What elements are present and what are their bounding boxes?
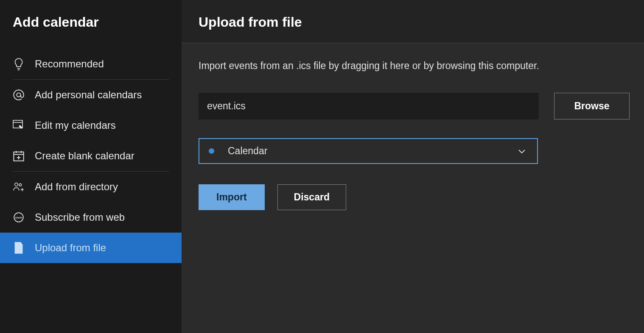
- sidebar-item-label: Subscribe from web: [35, 211, 125, 223]
- sidebar-item-edit-calendars[interactable]: Edit my calendars: [0, 110, 182, 141]
- sidebar-item-subscribe-web[interactable]: www Subscribe from web: [0, 202, 182, 233]
- at-sign-icon: [13, 89, 25, 101]
- main-header: Upload from file: [182, 0, 644, 43]
- page-title: Upload from file: [199, 14, 630, 30]
- calendar-select[interactable]: Calendar: [199, 138, 538, 164]
- chevron-down-icon: [517, 146, 527, 156]
- sidebar-item-add-directory[interactable]: Add from directory: [0, 172, 182, 202]
- edit-window-icon: [13, 119, 25, 131]
- people-add-icon: [13, 181, 25, 193]
- discard-button[interactable]: Discard: [277, 184, 346, 210]
- svg-point-12: [19, 184, 22, 186]
- calendar-select-label: Calendar: [228, 145, 517, 157]
- web-badge-icon: www: [13, 211, 25, 223]
- file-row: event.ics Browse: [199, 93, 630, 119]
- sidebar-item-label: Create blank calendar: [35, 150, 134, 162]
- calendar-plus-icon: [13, 150, 25, 162]
- sidebar-item-add-personal[interactable]: Add personal calendars: [0, 80, 182, 110]
- import-button[interactable]: Import: [199, 184, 265, 210]
- sidebar-item-label: Recommended: [35, 58, 104, 70]
- main-body: Import events from an .ics file by dragg…: [182, 43, 644, 227]
- sidebar-item-label: Add from directory: [35, 181, 118, 193]
- svg-text:www: www: [15, 216, 22, 219]
- svg-point-2: [17, 93, 20, 97]
- svg-point-11: [15, 183, 18, 186]
- sidebar-item-label: Edit my calendars: [35, 119, 116, 131]
- file-name-display[interactable]: event.ics: [199, 93, 539, 119]
- browse-button[interactable]: Browse: [554, 93, 630, 119]
- sidebar-item-upload-file[interactable]: Upload from file: [0, 233, 182, 263]
- sidebar-item-recommended[interactable]: Recommended: [0, 49, 182, 79]
- sidebar: Add calendar Recommended Add personal ca…: [0, 0, 182, 333]
- file-upload-icon: [13, 242, 25, 254]
- main-panel: Upload from file Import events from an .…: [182, 0, 644, 333]
- sidebar-group-2: Add personal calendars Edit my calendars: [13, 80, 169, 172]
- lightbulb-icon: [13, 58, 25, 70]
- description-text: Import events from an .ics file by dragg…: [199, 60, 630, 72]
- sidebar-item-create-blank[interactable]: Create blank calendar: [0, 141, 182, 171]
- sidebar-item-label: Upload from file: [35, 242, 106, 254]
- calendar-color-dot: [209, 148, 214, 154]
- sidebar-item-label: Add personal calendars: [35, 89, 142, 101]
- sidebar-group-3: Add from directory www Subscribe from we…: [13, 172, 169, 263]
- sidebar-title: Add calendar: [0, 14, 182, 49]
- button-row: Import Discard: [199, 184, 630, 210]
- sidebar-group-1: Recommended: [13, 49, 169, 80]
